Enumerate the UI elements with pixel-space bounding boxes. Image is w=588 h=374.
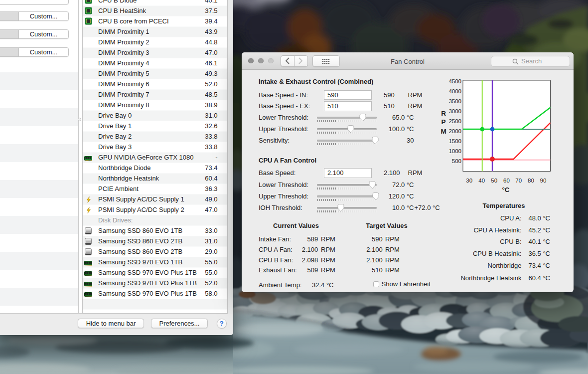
svg-text:1500: 1500 <box>448 138 461 144</box>
svg-text:4000: 4000 <box>448 88 461 94</box>
svg-text:60: 60 <box>503 178 510 184</box>
svg-text:P: P <box>441 118 445 126</box>
svg-text:500: 500 <box>452 158 461 164</box>
svg-text:70: 70 <box>515 178 522 184</box>
svg-text:50: 50 <box>491 178 497 184</box>
svg-text:3500: 3500 <box>448 98 461 104</box>
svg-text:°C: °C <box>502 186 509 193</box>
svg-text:1000: 1000 <box>448 148 461 154</box>
svg-text:3000: 3000 <box>448 108 461 114</box>
svg-text:40: 40 <box>478 178 485 184</box>
svg-text:2500: 2500 <box>448 118 461 124</box>
svg-text:R: R <box>441 110 446 117</box>
svg-text:2000: 2000 <box>448 128 461 134</box>
svg-text:80: 80 <box>528 178 534 184</box>
svg-text:M: M <box>441 128 446 135</box>
svg-text:4500: 4500 <box>448 78 461 84</box>
svg-text:90: 90 <box>540 178 547 184</box>
svg-text:30: 30 <box>466 178 472 184</box>
